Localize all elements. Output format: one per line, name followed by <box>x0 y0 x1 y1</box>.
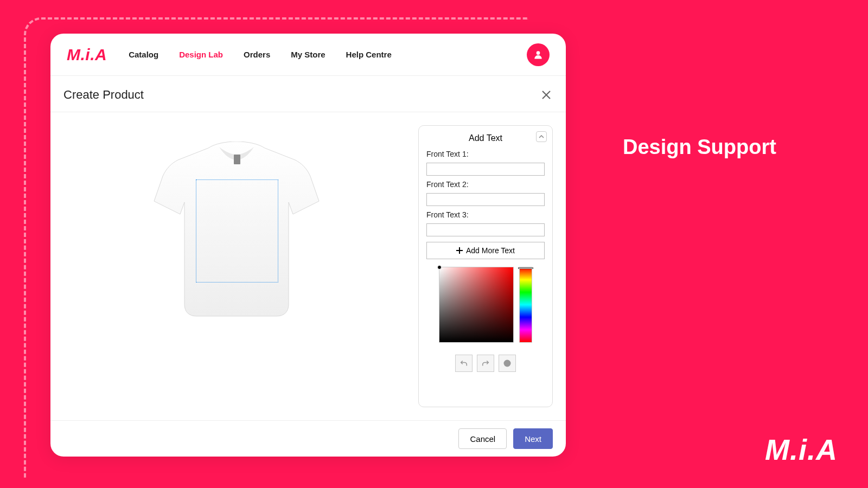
front-text-3-input[interactable] <box>426 223 545 236</box>
redo-icon <box>481 358 490 368</box>
sv-handle[interactable] <box>437 265 442 269</box>
close-icon[interactable] <box>540 88 553 101</box>
footer: Cancel Next <box>50 420 566 457</box>
workspace: Add Text Front Text 1: Front Text 2: Fro… <box>50 112 566 420</box>
nav-help-centre[interactable]: Help Centre <box>346 50 392 59</box>
redo-button[interactable] <box>477 355 494 372</box>
front-text-1-label: Front Text 1: <box>426 150 545 158</box>
undo-button[interactable] <box>455 355 473 372</box>
nav-orders[interactable]: Orders <box>244 50 270 59</box>
tshirt-preview[interactable] <box>150 142 323 320</box>
nav-my-store[interactable]: My Store <box>291 50 325 59</box>
front-text-3-label: Front Text 3: <box>426 210 545 219</box>
add-more-text-label: Add More Text <box>466 246 515 255</box>
print-area[interactable] <box>196 179 278 282</box>
user-icon <box>533 49 544 60</box>
page-title: Create Product <box>63 88 144 102</box>
brand-logo: M.i.A <box>67 46 107 64</box>
svg-point-0 <box>537 51 540 55</box>
saturation-value-area[interactable] <box>439 267 514 343</box>
add-more-text-button[interactable]: Add More Text <box>426 242 545 259</box>
svg-point-6 <box>504 360 511 367</box>
cancel-button[interactable]: Cancel <box>458 428 507 449</box>
promo-pane: Design Support M.i.A <box>566 0 868 488</box>
hue-handle[interactable] <box>518 267 533 269</box>
fill-color-button[interactable] <box>499 355 516 372</box>
main-nav: Catalog Design Lab Orders My Store Help … <box>129 50 392 59</box>
nav-catalog[interactable]: Catalog <box>129 50 158 59</box>
nav-design-lab[interactable]: Design Lab <box>179 50 223 59</box>
topbar: M.i.A Catalog Design Lab Orders My Store… <box>50 34 566 76</box>
svg-rect-5 <box>456 250 463 251</box>
app-window: M.i.A Catalog Design Lab Orders My Store… <box>50 34 566 457</box>
avatar[interactable] <box>527 43 550 66</box>
color-picker <box>426 267 545 343</box>
tool-row <box>426 355 545 372</box>
promo-heading: Design Support <box>623 136 868 159</box>
text-panel: Add Text Front Text 1: Front Text 2: Fro… <box>418 125 553 407</box>
front-text-1-input[interactable] <box>426 163 545 176</box>
chevron-up-icon <box>539 134 544 139</box>
circle-icon <box>503 359 512 368</box>
panel-collapse-button[interactable] <box>536 131 547 142</box>
hue-slider[interactable] <box>519 267 532 343</box>
svg-rect-3 <box>234 155 240 164</box>
plus-icon <box>456 247 463 254</box>
panel-title: Add Text <box>426 133 545 143</box>
next-button[interactable]: Next <box>513 428 553 449</box>
page-header: Create Product <box>50 76 566 112</box>
promo-brand-logo: M.i.A <box>765 433 838 466</box>
undo-icon <box>459 358 469 368</box>
canvas-area <box>63 125 410 407</box>
front-text-2-label: Front Text 2: <box>426 180 545 189</box>
front-text-2-input[interactable] <box>426 193 545 206</box>
